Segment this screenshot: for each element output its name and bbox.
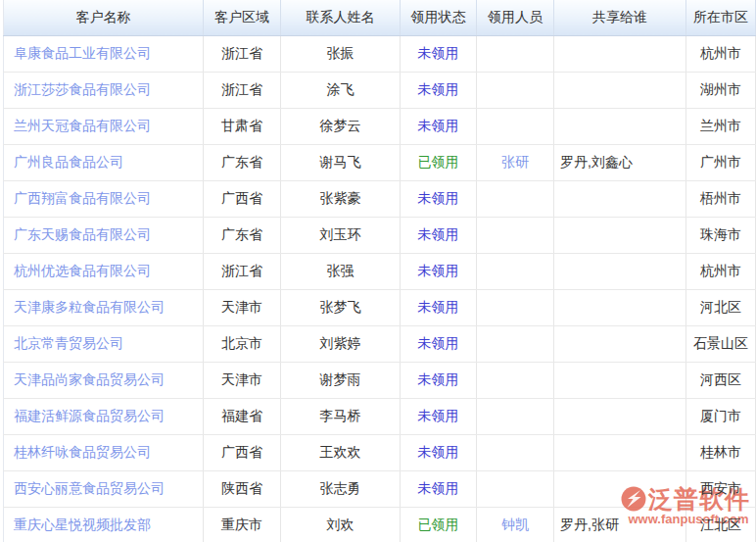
cell-text: 谢梦雨 xyxy=(320,371,361,387)
cell-text: 王欢欢 xyxy=(320,444,361,460)
customer-name-link[interactable]: 杭州优选食品有限公司 xyxy=(14,263,151,278)
cell-city: 桂林市 xyxy=(686,434,756,470)
claimer-name-link[interactable]: 钟凯 xyxy=(501,517,529,532)
cell-text: 刘紫婷 xyxy=(320,335,361,351)
cell-text: 刘欢 xyxy=(327,517,354,532)
table-row[interactable]: 西安心丽意食品贸易公司陕西省张志勇未领用西安市 xyxy=(4,470,756,507)
customer-name-link[interactable]: 天津品尚家食品贸易公司 xyxy=(14,371,165,387)
cell-name: 桂林纤咏食品贸易公司 xyxy=(4,434,204,470)
cell-status: 未领用 xyxy=(401,362,477,398)
cell-claimer xyxy=(477,470,554,507)
status-badge: 未领用 xyxy=(418,335,459,351)
customer-name-link[interactable]: 阜康食品工业有限公司 xyxy=(14,45,151,61)
table-row[interactable]: 重庆心星悦视频批发部重庆市刘欢已领用钟凯罗丹,张研江北区 xyxy=(4,507,756,542)
status-badge: 未领用 xyxy=(418,190,459,206)
column-header-claimer[interactable]: 领用人员 xyxy=(477,0,554,35)
column-header-city[interactable]: 所在市区 xyxy=(686,0,756,35)
status-badge: 未领用 xyxy=(418,118,459,133)
claimer-name-link[interactable]: 张研 xyxy=(501,154,529,170)
cell-region: 北京市 xyxy=(204,325,281,362)
cell-name: 西安心丽意食品贸易公司 xyxy=(4,470,204,507)
cell-name: 阜康食品工业有限公司 xyxy=(4,35,204,72)
cell-text: 罗丹,刘鑫心 xyxy=(560,154,633,170)
cell-name: 重庆心星悦视频批发部 xyxy=(4,507,204,542)
customer-name-link[interactable]: 浙江莎莎食品有限公司 xyxy=(14,81,151,97)
table-row[interactable]: 天津品尚家食品贸易公司天津市谢梦雨未领用河西区 xyxy=(4,362,756,398)
status-badge: 未领用 xyxy=(418,81,459,97)
cell-region: 广西省 xyxy=(204,180,281,217)
cell-text: 广东省 xyxy=(221,154,262,170)
table-row[interactable]: 兰州天冠食品有限公司甘肃省徐梦云未领用兰州市 xyxy=(4,108,756,144)
cell-text: 北京市 xyxy=(221,335,262,351)
cell-text: 浙江省 xyxy=(221,263,262,278)
cell-text: 河西区 xyxy=(700,371,741,387)
table-row[interactable]: 广州良品食品公司广东省谢马飞已领用张研罗丹,刘鑫心广州市 xyxy=(4,144,756,180)
cell-text: 珠海市 xyxy=(700,226,741,242)
cell-status: 未领用 xyxy=(401,253,477,289)
cell-name: 福建活鲜源食品贸易公司 xyxy=(4,398,204,434)
cell-text: 浙江省 xyxy=(221,45,262,61)
customer-name-link[interactable]: 广州良品食品公司 xyxy=(14,154,123,170)
column-header-name[interactable]: 客户名称 xyxy=(4,0,204,35)
table-row[interactable]: 杭州优选食品有限公司浙江省张强未领用杭州市 xyxy=(4,253,756,289)
cell-claimer xyxy=(477,108,554,144)
customer-name-link[interactable]: 桂林纤咏食品贸易公司 xyxy=(14,444,151,460)
column-header-contact[interactable]: 联系人姓名 xyxy=(281,0,401,35)
customer-name-link[interactable]: 福建活鲜源食品贸易公司 xyxy=(14,408,165,423)
cell-status: 未领用 xyxy=(401,180,477,217)
cell-contact: 刘欢 xyxy=(281,507,401,542)
cell-text: 杭州市 xyxy=(700,45,741,61)
cell-city: 广州市 xyxy=(686,144,756,180)
column-header-label: 领用人员 xyxy=(488,9,543,25)
cell-claimer xyxy=(477,289,554,325)
status-badge: 已领用 xyxy=(418,517,459,532)
column-header-label: 所在市区 xyxy=(693,9,748,25)
cell-text: 广州市 xyxy=(700,154,741,170)
customer-name-link[interactable]: 西安心丽意食品贸易公司 xyxy=(14,480,165,496)
table-row[interactable]: 浙江莎莎食品有限公司浙江省涂飞未领用湖州市 xyxy=(4,72,756,108)
cell-city: 湖州市 xyxy=(686,72,756,108)
cell-region: 广东省 xyxy=(204,144,281,180)
cell-name: 天津品尚家食品贸易公司 xyxy=(4,362,204,398)
table-row[interactable]: 阜康食品工业有限公司浙江省张振未领用杭州市 xyxy=(4,35,756,72)
cell-contact: 张强 xyxy=(281,253,401,289)
table-header: 客户名称客户区域联系人姓名领用状态领用人员共享给谁所在市区 xyxy=(4,0,756,35)
customer-name-link[interactable]: 天津康多粒食品有限公司 xyxy=(14,299,165,315)
cell-shared xyxy=(554,470,686,507)
cell-claimer: 钟凯 xyxy=(477,507,554,542)
table-row[interactable]: 北京常青贸易公司北京市刘紫婷未领用石景山区 xyxy=(4,325,756,362)
cell-text: 张振 xyxy=(327,45,354,61)
cell-shared xyxy=(554,289,686,325)
column-header-region[interactable]: 客户区域 xyxy=(204,0,281,35)
cell-text: 张梦飞 xyxy=(320,299,361,315)
customer-name-link[interactable]: 广东天赐食品有限公司 xyxy=(14,226,151,242)
table-row[interactable]: 桂林纤咏食品贸易公司广西省王欢欢未领用桂林市 xyxy=(4,434,756,470)
cell-contact: 刘玉环 xyxy=(281,217,401,253)
cell-name: 广东天赐食品有限公司 xyxy=(4,217,204,253)
cell-region: 浙江省 xyxy=(204,253,281,289)
customer-name-link[interactable]: 北京常青贸易公司 xyxy=(14,335,123,351)
cell-claimer xyxy=(477,180,554,217)
cell-claimer: 张研 xyxy=(477,144,554,180)
table-row[interactable]: 天津康多粒食品有限公司天津市张梦飞未领用河北区 xyxy=(4,289,756,325)
table-row[interactable]: 广东天赐食品有限公司广东省刘玉环未领用珠海市 xyxy=(4,217,756,253)
cell-text: 涂飞 xyxy=(327,81,354,97)
table-row[interactable]: 福建活鲜源食品贸易公司福建省李马桥未领用厦门市 xyxy=(4,398,756,434)
cell-shared: 罗丹,刘鑫心 xyxy=(554,144,686,180)
column-header-label: 领用状态 xyxy=(411,9,466,25)
cell-city: 厦门市 xyxy=(686,398,756,434)
column-header-label: 联系人姓名 xyxy=(307,9,375,25)
cell-status: 未领用 xyxy=(401,289,477,325)
status-badge: 未领用 xyxy=(418,408,459,423)
customer-name-link[interactable]: 广西翔富食品有限公司 xyxy=(14,190,151,206)
cell-shared xyxy=(554,434,686,470)
cell-status: 未领用 xyxy=(401,325,477,362)
customer-name-link[interactable]: 兰州天冠食品有限公司 xyxy=(14,118,151,133)
column-header-status[interactable]: 领用状态 xyxy=(401,0,477,35)
cell-name: 北京常青贸易公司 xyxy=(4,325,204,362)
customer-name-link[interactable]: 重庆心星悦视频批发部 xyxy=(14,517,151,532)
cell-text: 天津市 xyxy=(221,299,262,315)
column-header-shared[interactable]: 共享给谁 xyxy=(554,0,686,35)
table-row[interactable]: 广西翔富食品有限公司广西省张紫豪未领用梧州市 xyxy=(4,180,756,217)
cell-status: 未领用 xyxy=(401,217,477,253)
